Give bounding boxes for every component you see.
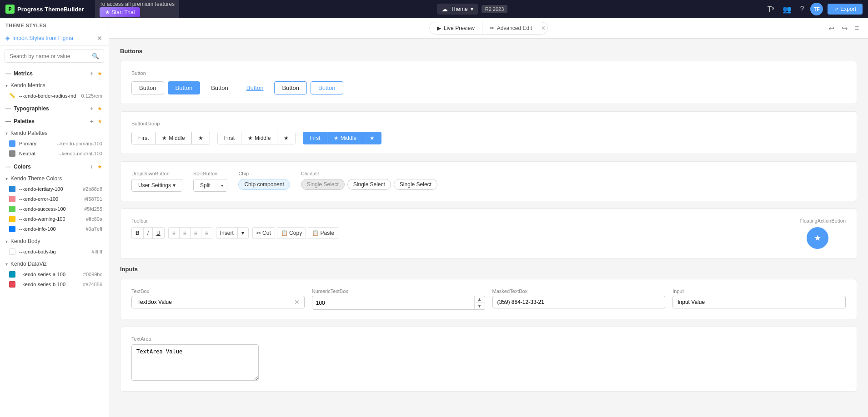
bg-btn-star-2[interactable]: ★ — [277, 132, 295, 144]
advanced-edit-button[interactable]: ✏ Advanced Edit — [482, 22, 539, 34]
theme-selector[interactable]: ☁ Theme ▾ — [437, 4, 477, 15]
button-group-1: First ★ Middle ★ — [131, 132, 210, 144]
text-cursor-icon-btn[interactable]: Tˢ — [766, 3, 777, 15]
chip-unselected-3[interactable]: Single Select — [394, 179, 437, 190]
palettes-section-header[interactable]: — Palettes + ★ — [0, 114, 109, 127]
bg-btn-middle-1[interactable]: ★ Middle — [156, 132, 191, 144]
kendo-body-header[interactable]: ▾ Kendo Body — [0, 236, 109, 247]
floating-action-button[interactable]: ★ — [807, 227, 828, 249]
inputs-row: TextBox ✕ NumericTextBox ▲ ▼ — [131, 288, 846, 310]
bg-btn-middle-3[interactable]: ★ Middle — [327, 132, 363, 144]
kendo-metrics-header[interactable]: ▾ Kendo Metrics — [0, 80, 109, 91]
textarea-label: TextArea — [131, 336, 846, 342]
kendo-theme-colors-header[interactable]: ▾ Kendo Theme Colors — [0, 173, 109, 184]
import-styles-link[interactable]: ◈ Import Styles from Figma — [5, 35, 73, 41]
topbar: P Progress ThemeBuilder To access all pr… — [0, 0, 868, 18]
bg-btn-first-3[interactable]: First — [303, 132, 327, 144]
textarea-input[interactable]: TextArea Value — [131, 344, 259, 381]
toolbar-underline-button[interactable]: U — [153, 228, 164, 238]
buttons-row: Button Button Button Button Button Butto… — [131, 81, 846, 94]
add-color-button[interactable]: + — [89, 163, 95, 170]
toolbar-bold-button[interactable]: B — [132, 228, 144, 238]
kendo-body-chevron: ▾ — [5, 239, 8, 244]
tertiary-swatch — [9, 186, 15, 192]
kendo-dataviz-chevron: ▾ — [5, 262, 8, 267]
help-icon-btn[interactable]: ? — [798, 3, 806, 15]
button-outline-blue[interactable]: Button — [311, 81, 343, 94]
search-input[interactable] — [10, 53, 89, 60]
toolbar-preview: B I U ≡ ≡ ≡ ≡ Insert — [131, 227, 788, 239]
toolbar-italic-button[interactable]: I — [144, 228, 153, 238]
textbox-group: TextBox ✕ — [131, 288, 305, 310]
undo-button[interactable]: ↩ — [827, 22, 836, 35]
chip-unselected-2[interactable]: Single Select — [347, 179, 391, 190]
colors-collapse-icon: — — [5, 164, 11, 170]
kendo-palettes-header[interactable]: ▾ Kendo Palettes — [0, 128, 109, 139]
toolbar-align-center-button[interactable]: ≡ — [180, 228, 191, 238]
toolbar-align-left-button[interactable]: ≡ — [169, 228, 180, 238]
button-primary[interactable]: Button — [168, 81, 201, 94]
dropdown-button[interactable]: User Settings ▾ — [131, 179, 182, 192]
settings-button[interactable]: ≡ — [853, 22, 861, 35]
favorite-typography-button[interactable]: ★ — [96, 105, 103, 112]
toolbar-insert-button[interactable]: Insert — [216, 228, 238, 238]
numeric-wrapper: ▲ ▼ — [312, 296, 485, 310]
chip-component[interactable]: Chip component — [238, 179, 290, 190]
metrics-section-header[interactable]: — Metrics + ★ — [0, 66, 109, 79]
input-label: Input — [672, 288, 846, 294]
toolbar-paste-button[interactable]: 📋 Paste — [308, 227, 338, 239]
typographies-section-header[interactable]: — Typographies + ★ — [0, 101, 109, 114]
chip-list: Single Select Single Select Single Selec… — [301, 179, 437, 190]
bg-btn-middle-2[interactable]: ★ Middle — [241, 132, 277, 144]
favorite-palette-button[interactable]: ★ — [96, 118, 103, 124]
toolbar-card: Toolbar B I U ≡ ≡ ≡ ≡ — [120, 208, 857, 258]
button-label: Button — [131, 70, 846, 76]
toolbar-cut-button[interactable]: ✂ Cut — [252, 227, 275, 239]
toolbar-align-justify-button[interactable]: ≡ — [201, 228, 212, 238]
redo-button[interactable]: ↪ — [840, 22, 849, 35]
toolbar-align-group: ≡ ≡ ≡ ≡ — [168, 227, 212, 239]
toolbar-actions: ↩ ↪ ≡ — [827, 22, 861, 35]
chip-selected-1[interactable]: Single Select — [301, 179, 345, 190]
favorite-color-button[interactable]: ★ — [96, 164, 103, 170]
search-box[interactable]: 🔍 — [5, 50, 104, 63]
toolbar-align-right-button[interactable]: ≡ — [191, 228, 201, 238]
bg-btn-first-1[interactable]: First — [132, 132, 156, 144]
textarea-card: TextArea TextArea Value — [120, 327, 857, 392]
advanced-edit-close-button[interactable]: ✕ — [539, 22, 547, 34]
split-arrow-button[interactable]: ▾ — [217, 179, 227, 191]
chip-label: Chip — [238, 171, 290, 176]
close-import-button[interactable]: ✕ — [96, 35, 103, 42]
masked-input[interactable] — [492, 296, 666, 308]
colors-section-header[interactable]: — Colors + ★ — [0, 159, 109, 172]
bg-btn-star-3[interactable]: ★ — [363, 132, 381, 144]
favorite-metric-button[interactable]: ★ — [96, 70, 103, 77]
spin-down-button[interactable]: ▼ — [475, 303, 485, 309]
chip-list-group: ChipList Single Select Single Select Sin… — [301, 171, 437, 190]
export-button[interactable]: ↗ Export — [828, 4, 863, 15]
button-link[interactable]: Button — [239, 82, 271, 94]
button-default[interactable]: Button — [131, 81, 164, 94]
kendo-dataviz-header[interactable]: ▾ Kendo DataViz — [0, 258, 109, 269]
start-trial-button[interactable]: ★ Start Trial — [100, 7, 140, 17]
split-main-button[interactable]: Split — [194, 179, 217, 191]
export-icon: ↗ — [834, 6, 838, 12]
live-preview-button[interactable]: ▶ Live Preview — [430, 22, 482, 34]
textbox-input[interactable] — [135, 296, 293, 308]
input-field[interactable] — [672, 296, 846, 308]
color-success: --kendo-success-100 #5fd255 — [0, 204, 109, 214]
bg-btn-star-1[interactable]: ★ — [192, 132, 210, 144]
add-metric-button[interactable]: + — [89, 70, 95, 77]
add-palette-button[interactable]: + — [89, 118, 95, 125]
button-flat[interactable]: Button — [204, 82, 236, 94]
numeric-input[interactable] — [312, 297, 474, 309]
toolbar-copy-button[interactable]: 📋 Copy — [277, 227, 306, 239]
add-typography-button[interactable]: + — [89, 105, 95, 112]
users-icon-btn[interactable]: 👥 — [781, 3, 793, 15]
toolbar-insert-dropdown-button[interactable]: ▾ — [238, 228, 248, 238]
avatar[interactable]: TF — [810, 3, 823, 15]
textbox-clear-button[interactable]: ✕ — [293, 298, 301, 307]
spin-up-button[interactable]: ▲ — [475, 296, 485, 303]
button-outline[interactable]: Button — [274, 81, 307, 94]
bg-btn-first-2[interactable]: First — [218, 132, 241, 144]
